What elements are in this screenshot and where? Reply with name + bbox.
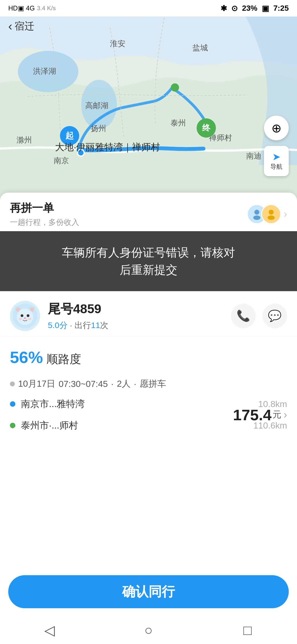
price-area[interactable]: 175.4 元 › — [233, 398, 287, 432]
route-stops: 南京市...雅特湾 10.8km 泰州市·...师村 110.6km 175.4… — [10, 398, 287, 432]
carpool-title: 再拼一单 — [10, 200, 79, 215]
svg-point-15 — [24, 317, 26, 319]
avatar-group — [247, 204, 281, 224]
route-date: 10月17日 — [18, 378, 55, 390]
route-meta: 10月17日 07:30~07:45 · 2人 · 愿拼车 — [10, 378, 287, 390]
carpool-banner[interactable]: 再拼一单 一趟行程，多份收入 — [0, 193, 297, 236]
driver-rating: 5.0分 · 出行11次 — [48, 320, 231, 331]
nav-back-button[interactable]: ◁ — [33, 619, 66, 641]
route-description: 大地·伊丽雅特湾｜禅师村 — [55, 141, 160, 154]
crosshair-icon: ⊕ — [271, 121, 282, 135]
nav-home-icon: ○ — [144, 622, 153, 638]
route-detail: 56% 顺路度 10月17日 07:30~07:45 · 2人 · 愿拼车 南京… — [0, 337, 297, 446]
carpool-banner-left: 再拼一单 一趟行程，多份收入 — [10, 200, 79, 228]
time-display: 7:25 — [273, 4, 289, 13]
nav-home-button[interactable]: ○ — [132, 619, 165, 641]
route-persons: 2人 — [117, 378, 131, 390]
route-time: 07:30~07:45 — [59, 379, 108, 389]
dot-gray-icon — [10, 381, 15, 386]
end-marker: 终 — [197, 118, 216, 138]
meta-row-date: 10月17日 07:30~07:45 · 2人 · 愿拼车 — [10, 378, 287, 390]
label-chuzhou: 滁州 — [16, 135, 32, 145]
label-nandi: 南迪 — [246, 151, 262, 161]
svg-point-3 — [254, 210, 259, 215]
signal-speed: 3.4 K/s — [37, 5, 56, 12]
status-bar: HD▣ 4G 3.4 K/s ✱ ⊙ 23% ▣ 7:25 — [0, 0, 297, 17]
driver-avatar — [10, 301, 40, 331]
stop-dot-1-icon — [10, 401, 15, 407]
svg-point-16 — [19, 318, 22, 320]
price-chevron-icon: › — [284, 409, 287, 421]
driver-info: 尾号4859 5.0分 · 出行11次 — [48, 301, 231, 331]
error-toast: 车辆所有人身份证号错误，请核对后重新提交 — [0, 231, 297, 291]
back-label: 宿迁 — [15, 20, 34, 33]
confirm-button[interactable]: 确认同行 — [8, 575, 289, 608]
error-toast-message: 车辆所有人身份证号错误，请核对后重新提交 — [16, 244, 280, 279]
price-value: 175.4 — [233, 406, 271, 424]
banner-chevron-icon: › — [284, 208, 287, 220]
svg-point-14 — [27, 314, 29, 317]
chat-icon: 💬 — [268, 309, 282, 322]
svg-point-12 — [17, 309, 33, 325]
driver-section: 尾号4859 5.0分 · 出行11次 📞 💬 — [0, 291, 297, 337]
label-yangzhou: 扬州 — [91, 123, 106, 134]
battery-icon: ▣ — [262, 4, 269, 13]
svg-point-6 — [268, 215, 275, 220]
navigate-button[interactable]: ➤ 导航 — [264, 146, 289, 176]
phone-icon: 📞 — [237, 309, 250, 322]
driver-name: 尾号4859 — [48, 301, 231, 318]
label-gaoyouhu: 高邮湖 — [85, 100, 108, 111]
svg-point-13 — [21, 314, 23, 317]
rating-value: 5.0分 — [48, 321, 68, 330]
carpool-banner-right: › — [247, 204, 287, 224]
network-icon: HD▣ 4G — [8, 4, 35, 12]
stop-dot-2-icon — [10, 423, 15, 428]
battery-text: 23% — [242, 4, 257, 13]
bottom-nav: ◁ ○ □ — [0, 616, 297, 644]
label-hongzehu: 洪泽湖 — [33, 66, 56, 77]
confirm-label: 确认同行 — [122, 583, 175, 601]
mid-marker — [171, 83, 179, 92]
driver-actions: 📞 💬 — [231, 304, 287, 328]
svg-point-17 — [28, 318, 31, 320]
carpool-subtitle: 一趟行程，多份收入 — [10, 217, 79, 228]
status-right: ✱ ⊙ 23% ▣ 7:25 — [221, 4, 289, 13]
route-pct-row: 56% 顺路度 — [10, 348, 287, 367]
label-huaian: 淮安 — [110, 39, 125, 49]
back-button[interactable]: ‹ 宿迁 — [8, 19, 34, 33]
route-percentage: 56% — [10, 348, 43, 367]
location-button[interactable]: ⊕ — [264, 116, 289, 140]
trip-count: 11 — [91, 321, 100, 330]
map-area: 淮安 盐城 洪泽湖 高邮湖 泰州 扬州 滁州 南京 禅师村 南迪 起 终 大地·… — [0, 0, 297, 209]
location-icon: ⊙ — [231, 4, 238, 13]
message-button[interactable]: 💬 — [262, 304, 287, 328]
back-arrow-icon: ‹ — [8, 19, 12, 33]
svg-point-5 — [269, 210, 274, 215]
label-yancheng: 盐城 — [193, 43, 208, 53]
svg-point-4 — [253, 215, 260, 220]
label-taizhou: 泰州 — [170, 118, 186, 128]
stop-name-2: 泰州市·...师村 — [21, 419, 250, 432]
nav-recent-button[interactable]: □ — [231, 619, 264, 641]
bluetooth-icon: ✱ — [221, 4, 227, 13]
status-left: HD▣ 4G 3.4 K/s — [8, 4, 56, 12]
route-pct-label: 顺路度 — [46, 353, 81, 365]
navigate-icon: ➤ — [272, 151, 280, 163]
stop-name-1: 南京市...雅特湾 — [21, 398, 255, 410]
price-unit: 元 — [273, 409, 281, 421]
avatar-2 — [261, 204, 281, 224]
call-button[interactable]: 📞 — [231, 304, 256, 328]
nav-recent-icon: □ — [243, 622, 252, 638]
label-nanjing: 南京 — [54, 155, 69, 166]
route-carpool-type: 愿拼车 — [140, 378, 166, 390]
nav-back-icon: ◁ — [44, 622, 55, 638]
navigate-label: 导航 — [270, 163, 282, 171]
